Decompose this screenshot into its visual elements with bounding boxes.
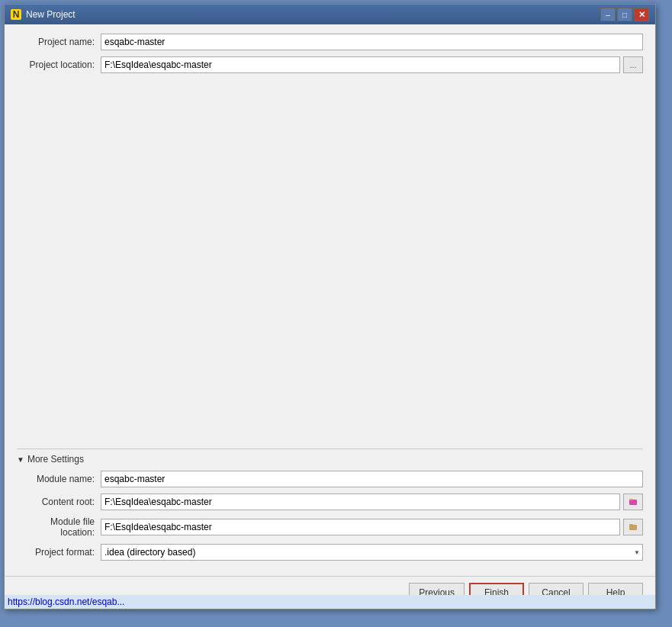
module-file-location-browse-button[interactable] xyxy=(623,519,643,535)
maximize-button[interactable]: □ xyxy=(617,8,632,21)
project-name-label: Project name: xyxy=(17,37,101,47)
svg-rect-2 xyxy=(629,525,637,530)
module-name-input[interactable] xyxy=(101,471,643,487)
minimize-button[interactable]: – xyxy=(600,8,616,21)
project-format-select-wrap: .idea (directory based) .ipr (file based… xyxy=(101,544,643,561)
project-location-input-wrap: ... xyxy=(101,56,643,73)
url-text: https://blog.csdn.net/esqab... xyxy=(8,596,124,607)
title-bar-controls: – □ ✕ xyxy=(600,8,649,21)
svg-rect-1 xyxy=(629,499,633,500)
project-location-row: Project location: ... xyxy=(17,56,643,73)
more-settings-header[interactable]: ▼ More Settings xyxy=(17,454,643,465)
collapse-arrow-icon: ▼ xyxy=(17,455,24,464)
project-name-input[interactable] xyxy=(101,34,643,50)
module-name-input-wrap xyxy=(101,471,643,487)
module-file-location-label: Module file location: xyxy=(17,516,101,538)
project-format-row: Project format: .idea (directory based) … xyxy=(17,544,643,561)
project-location-browse-button[interactable]: ... xyxy=(623,56,643,73)
content-root-browse-button[interactable] xyxy=(623,494,643,510)
module-name-label: Module name: xyxy=(17,474,101,484)
spacer-area xyxy=(17,79,643,445)
close-button[interactable]: ✕ xyxy=(634,8,649,21)
svg-rect-3 xyxy=(629,524,633,526)
window-icon: N xyxy=(11,9,21,20)
module-file-location-input[interactable] xyxy=(101,519,620,535)
project-name-row: Project name: xyxy=(17,34,643,50)
content-root-input-wrap xyxy=(101,494,643,510)
module-file-location-row: Module file location: xyxy=(17,516,643,538)
folder-icon-2 xyxy=(629,522,638,532)
project-format-select-wrapper: .idea (directory based) .ipr (file based… xyxy=(101,544,643,561)
title-bar-left: N New Project xyxy=(11,9,76,20)
folder-icon xyxy=(629,497,638,506)
content-root-row: Content root: xyxy=(17,494,643,510)
url-bar: https://blog.csdn.net/esqab... xyxy=(5,595,655,609)
title-bar: N New Project – □ ✕ xyxy=(5,5,655,24)
project-format-label: Project format: xyxy=(17,547,101,558)
project-location-input[interactable] xyxy=(101,56,620,73)
module-file-location-input-wrap xyxy=(101,519,643,535)
more-settings-section: ▼ More Settings Module name: Content roo… xyxy=(17,449,643,561)
content-root-label: Content root: xyxy=(17,497,101,507)
new-project-dialog: N New Project – □ ✕ Project name: Projec… xyxy=(4,4,656,609)
window-title: New Project xyxy=(26,9,76,20)
content-root-input[interactable] xyxy=(101,494,620,510)
module-name-row: Module name: xyxy=(17,471,643,487)
project-location-label: Project location: xyxy=(17,59,101,70)
svg-rect-0 xyxy=(629,500,637,505)
more-settings-label: More Settings xyxy=(27,454,84,465)
project-format-select[interactable]: .idea (directory based) .ipr (file based… xyxy=(101,544,643,561)
project-name-input-wrap xyxy=(101,34,643,50)
dialog-content: Project name: Project location: ... ▼ Mo… xyxy=(5,24,655,576)
